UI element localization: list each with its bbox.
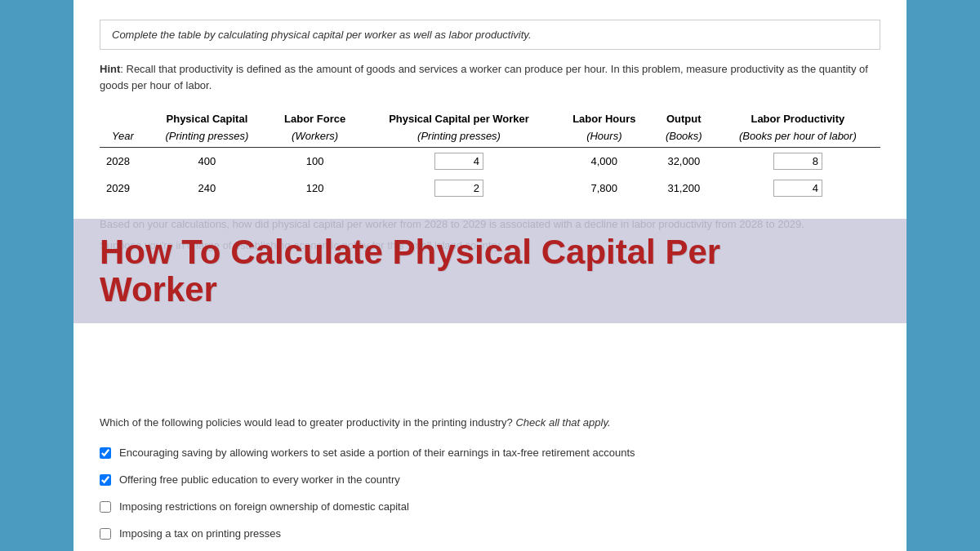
cell-year-2028: 2028: [100, 148, 146, 176]
col-labor-hours-header: Labor Hours: [556, 109, 653, 128]
cell-year-2029: 2029: [100, 175, 146, 202]
cell-output-2029: 31,200: [653, 175, 715, 202]
cell-labor-hours-2029: 7,800: [556, 175, 653, 202]
list-item-policy-3: Imposing restrictions on foreign ownersh…: [100, 500, 880, 513]
hint-label: Hint: [100, 63, 120, 75]
input-cap-per-worker-2028[interactable]: [434, 153, 483, 170]
col-year-subheader: Year: [100, 128, 146, 148]
col-labor-force-header: Labor Force: [268, 109, 362, 128]
col-labor-prod-subheader: (Books per hour of labor): [715, 128, 880, 148]
cell-labor-prod-2028[interactable]: [715, 148, 880, 176]
table-subheader-row: Year (Printing presses) (Workers) (Print…: [100, 128, 880, 148]
hint-text: : Recall that productivity is defined as…: [100, 63, 868, 91]
policy-3-text: Imposing restrictions on foreign ownersh…: [119, 500, 409, 513]
cell-cap-per-worker-2028[interactable]: [362, 148, 556, 176]
cell-labor-force-2028: 100: [268, 148, 362, 176]
col-output-subheader: (Books): [653, 128, 715, 148]
list-item-policy-2: Offering free public education to every …: [100, 473, 880, 486]
instructions-text: Complete the table by calculating physic…: [112, 29, 532, 41]
instructions-box: Complete the table by calculating physic…: [100, 20, 880, 50]
col-year-header: [100, 109, 146, 128]
col-phys-cap-subheader: (Printing presses): [146, 128, 268, 148]
col-labor-force-subheader: (Workers): [268, 128, 362, 148]
main-container: Complete the table by calculating physic…: [74, 0, 906, 551]
col-phys-cap-header: Physical Capital: [146, 109, 268, 128]
data-table: Physical Capital Labor Force Physical Ca…: [100, 109, 880, 202]
table-header-row: Physical Capital Labor Force Physical Ca…: [100, 109, 880, 128]
table-row-2029: 2029 240 120 7,800 31,200: [100, 175, 880, 202]
policy-section: Which of the following policies would le…: [100, 415, 880, 540]
cell-labor-hours-2028: 4,000: [556, 148, 653, 176]
col-labor-hours-subheader: (Hours): [556, 128, 653, 148]
input-labor-prod-2029[interactable]: [773, 180, 822, 197]
col-cap-per-worker-header: Physical Capital per Worker: [362, 109, 556, 128]
checkbox-policy-2[interactable]: [100, 474, 111, 486]
list-item-policy-4: Imposing a tax on printing presses: [100, 527, 880, 540]
cell-labor-force-2029: 120: [268, 175, 362, 202]
policy-2-text: Offering free public education to every …: [119, 473, 400, 486]
cell-phys-cap-2029: 240: [146, 175, 268, 202]
overlay-banner: How To Calculate Physical Capital Per Wo…: [74, 219, 906, 323]
checkbox-policy-3[interactable]: [100, 501, 111, 513]
cell-labor-prod-2029[interactable]: [715, 175, 880, 202]
table-row-2028: 2028 400 100 4,000 32,000: [100, 148, 880, 176]
policy-question: Which of the following policies would le…: [100, 415, 880, 431]
table-section: Physical Capital Labor Force Physical Ca…: [100, 109, 880, 202]
checkbox-policy-1[interactable]: [100, 447, 111, 459]
col-cap-per-worker-subheader: (Printing presses): [362, 128, 556, 148]
banner-title: How To Calculate Physical Capital Per Wo…: [100, 233, 880, 309]
list-item-policy-1: Encouraging saving by allowing workers t…: [100, 447, 880, 459]
policy-question-emphasis: Check all that apply.: [515, 416, 610, 429]
col-output-header: Output: [653, 109, 715, 128]
banner-line1: How To Calculate Physical Capital Per: [100, 233, 720, 271]
cell-output-2028: 32,000: [653, 148, 715, 176]
input-cap-per-worker-2029[interactable]: [434, 180, 483, 197]
hint-block: Hint: Recall that productivity is define…: [100, 61, 880, 93]
cell-phys-cap-2028: 400: [146, 148, 268, 176]
policy-1-text: Encouraging saving by allowing workers t…: [119, 447, 635, 459]
input-labor-prod-2028[interactable]: [773, 153, 822, 170]
policy-4-text: Imposing a tax on printing presses: [119, 527, 281, 540]
banner-line2: Worker: [100, 270, 217, 309]
col-labor-prod-header: Labor Productivity: [715, 109, 880, 128]
checkbox-list: Encouraging saving by allowing workers t…: [100, 447, 880, 540]
policy-question-text: Which of the following policies would le…: [100, 416, 513, 429]
cell-cap-per-worker-2029[interactable]: [362, 175, 556, 202]
checkbox-policy-4[interactable]: [100, 528, 111, 540]
